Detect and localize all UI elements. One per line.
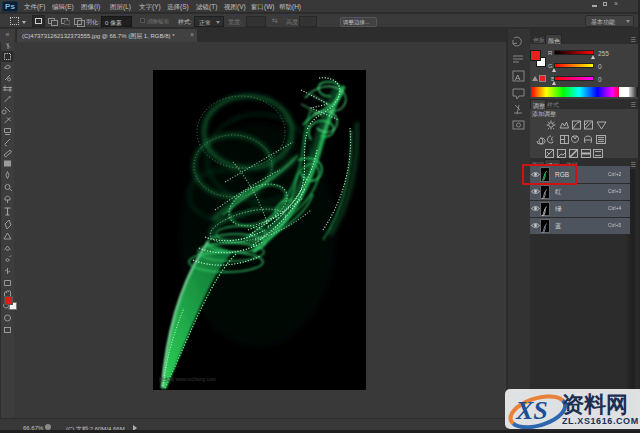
svg-text:A: A bbox=[515, 73, 521, 82]
svg-text:XS: XS bbox=[515, 396, 548, 425]
